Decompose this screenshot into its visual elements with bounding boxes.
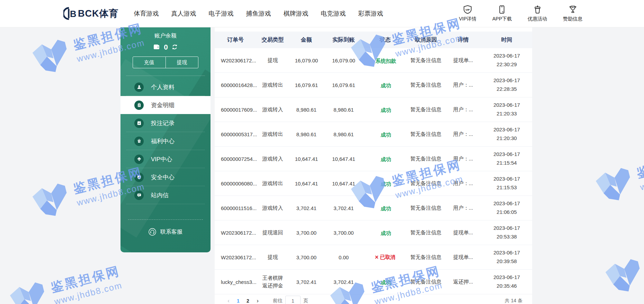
cancel-reason: 暂无备注信息: [407, 205, 445, 211]
pagination: ‹ 1 2 › 前往 页 共 14 条: [215, 294, 532, 304]
app-download-link[interactable]: APP下载: [492, 5, 512, 22]
trophy-icon: ★: [568, 5, 578, 14]
cancel-reason: 暂无备注信息: [407, 131, 445, 138]
table-row: 60000007254... 游戏转入 10,647.41 10,647.41 …: [215, 147, 532, 171]
column-header-status: 状态: [364, 36, 407, 44]
page-button-1[interactable]: 1: [233, 298, 243, 304]
order-number: W202306172...: [215, 230, 256, 236]
sidebar-item-bets[interactable]: 投注记录: [120, 114, 211, 132]
nav-item-fishing[interactable]: 捕鱼游戏: [246, 9, 271, 18]
sidebar-item-funds[interactable]: 资金明细: [120, 96, 211, 114]
actual-amount: 8,980.61: [324, 107, 364, 113]
order-number: W202306172...: [215, 58, 256, 63]
amount: 3,700.00: [289, 230, 324, 236]
amount: 16,079.61: [289, 82, 324, 88]
detail-text: 用户：...: [445, 180, 481, 187]
detail-text: 用户：...: [445, 82, 481, 88]
dashed-divider: [128, 219, 203, 220]
transaction-type: 游戏转入: [262, 106, 283, 114]
detail-text: 用户：...: [445, 131, 481, 138]
status-label: 成功: [381, 181, 391, 188]
transaction-type: 王者棋牌返还押金: [260, 274, 285, 290]
sidebar-item-messages[interactable]: 站内信: [120, 186, 211, 204]
column-header-time: 时间: [481, 36, 532, 44]
promotions-link[interactable]: 优惠活动: [528, 5, 547, 22]
status-badge: 成功: [379, 206, 391, 212]
contact-section: 联系客服: [120, 219, 211, 252]
status-label: 成功: [381, 279, 391, 286]
deposit-button[interactable]: 充值: [133, 57, 166, 68]
watermark-shield-icon: [27, 34, 75, 79]
amount: 3,700.00: [289, 254, 324, 260]
status-badge: 成功: [379, 132, 391, 138]
transaction-type: 游戏转出: [262, 130, 283, 138]
nav-item-chess[interactable]: 棋牌游戏: [284, 9, 308, 18]
message-icon: [134, 191, 144, 200]
next-page-button[interactable]: ›: [253, 297, 262, 304]
wallet-buttons: 充值 提现: [133, 57, 198, 68]
contact-service-button[interactable]: 联系客服: [120, 228, 211, 236]
column-header-amount: 金额: [289, 36, 324, 44]
actual-amount: 3,702.41: [324, 205, 364, 211]
detail-text: 用户：...: [445, 156, 481, 162]
page: B BCK体育 体育游戏 真人游戏 电子游戏 捕鱼游戏 棋牌游戏 电竞游戏 彩票…: [0, 0, 644, 304]
order-number: 60000006080...: [215, 181, 256, 186]
cancel-reason: 暂无备注信息: [407, 106, 445, 113]
actual-amount: 3,700.00: [324, 230, 364, 236]
table-row: 60000016428... 游戏转出 16,079.61 16,079.61 …: [215, 73, 532, 97]
cancel-reason: 暂无备注信息: [407, 57, 445, 64]
total-count: 共 14 条: [505, 298, 522, 304]
phone-icon: [497, 5, 507, 14]
order-number: 60000007254...: [215, 156, 256, 162]
cancel-x-icon: ×: [375, 254, 379, 260]
withdraw-button[interactable]: 提现: [166, 57, 198, 68]
transaction-type: 游戏转出: [262, 81, 283, 89]
amount: 3,702.41: [289, 279, 324, 285]
table-row: W202306172... 提现 3,700.00 0.00 ×已取消 暂无备注…: [215, 245, 532, 270]
nav-item-esports[interactable]: 电竞游戏: [321, 9, 346, 18]
nav-item-live[interactable]: 真人游戏: [171, 9, 196, 18]
sidebar-item-vip[interactable]: VIP中心: [120, 150, 211, 168]
balance-value: 0: [164, 43, 168, 51]
page-button-2[interactable]: 2: [243, 298, 253, 304]
logo[interactable]: B BCK体育: [63, 7, 119, 20]
sponsor-info-link[interactable]: ★ 赞助信息: [563, 5, 582, 22]
amount: 16,079.00: [289, 58, 324, 63]
status-badge: 成功: [379, 82, 391, 89]
refresh-icon[interactable]: [172, 44, 178, 50]
cancel-reason: 暂无备注信息: [407, 156, 445, 162]
prev-page-button[interactable]: ‹: [224, 297, 233, 304]
status-label: 成功: [381, 156, 391, 163]
transaction-type: 游戏转入: [262, 204, 283, 212]
cancel-reason: 暂无备注信息: [407, 229, 445, 236]
quick-link-label: VIP详情: [459, 16, 476, 22]
column-header-type: 交易类型: [256, 36, 289, 44]
vip-details-link[interactable]: VIP VIP详情: [459, 5, 476, 22]
nav-item-lottery[interactable]: 彩票游戏: [358, 9, 383, 18]
sidebar-item-welfare[interactable]: 福利中心: [120, 132, 211, 150]
status-badge: 成功: [379, 156, 391, 163]
transaction-type: 游戏转出: [262, 180, 283, 188]
actual-amount: 16,079.61: [324, 82, 364, 88]
column-header-reason: 取消原因: [407, 36, 445, 44]
nav-item-slots[interactable]: 电子游戏: [209, 9, 234, 18]
table-row: lucky_chess3... 王者棋牌返还押金 3,702.41 3,702.…: [215, 270, 532, 294]
order-number: 60000017609...: [215, 107, 256, 113]
timestamp: 2023-06-1721:20:30: [481, 125, 532, 143]
amount: 8,980.61: [289, 107, 324, 113]
sidebar-item-label: VIP中心: [151, 155, 172, 163]
svg-text:B: B: [70, 9, 77, 19]
sidebar-item-profile[interactable]: 个人资料: [120, 78, 211, 96]
quick-link-label: 优惠活动: [528, 16, 547, 22]
sidebar-item-label: 资金明细: [151, 101, 175, 109]
logo-text: BCK体育: [78, 7, 119, 20]
nav-item-sports[interactable]: 体育游戏: [134, 9, 159, 18]
actual-amount: 10,647.41: [324, 181, 364, 186]
sidebar-item-security[interactable]: 安全中心: [120, 168, 211, 186]
goto-page-input[interactable]: [285, 296, 301, 304]
column-header-order: 订单号: [215, 36, 256, 44]
status-label: 已取消: [380, 254, 395, 261]
transactions-panel: 订单号 交易类型 金额 实际到账 状态 取消原因 详情 时间 W20230617…: [215, 27, 532, 304]
detail-text: 提现单...: [445, 57, 481, 64]
timestamp: 2023-06-1721:20:33: [481, 101, 532, 118]
